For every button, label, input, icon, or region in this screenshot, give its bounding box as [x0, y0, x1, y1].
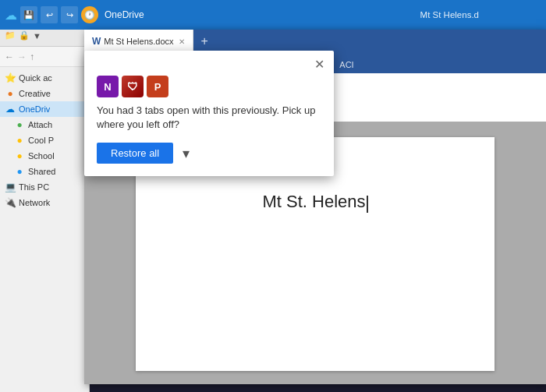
star-icon: ⭐ — [5, 72, 16, 83]
onenote-icon: N — [97, 76, 119, 97]
sidebar-item-this-pc[interactable]: 💻 This PC — [0, 179, 89, 195]
creative-icon: ● — [5, 88, 16, 99]
popup-actions: Restore all ▾ — [97, 143, 321, 164]
powerpoint-icon: P — [147, 76, 168, 97]
attachments-label: Attach — [28, 120, 52, 129]
word-w-icon: W — [92, 36, 101, 47]
shield-icon: 🛡 — [122, 76, 144, 97]
toolbar-icon-1: 📁 — [5, 30, 16, 41]
attachments-icon: ● — [14, 119, 25, 130]
toolbar-icon-2: 🔒 — [19, 30, 30, 41]
sidebar-item-shared[interactable]: ● Shared — [0, 164, 89, 179]
titlebar-undo-btn[interactable]: ↩ — [41, 6, 58, 23]
sidebar-item-network[interactable]: 🔌 Network — [0, 195, 89, 210]
thispc-label: This PC — [19, 182, 49, 192]
shared-label: Shared — [28, 167, 55, 176]
thispc-icon: 💻 — [5, 182, 16, 192]
popup-body: You had 3 tabs open with this previously… — [84, 104, 334, 176]
titlebar-save-btn[interactable]: 💾 — [20, 6, 37, 23]
toolbar-icon-3: ▼ — [33, 31, 41, 41]
titlebar-title-right: Mt St Helens.d — [420, 10, 541, 19]
popup-titlebar: ✕ — [84, 51, 334, 72]
cool-label: Cool P — [28, 136, 54, 145]
document-title: Mt St. Helens — [262, 192, 365, 213]
word-tab-active[interactable]: W Mt St Helens.docx ✕ — [84, 30, 193, 53]
close-icon: ✕ — [314, 57, 324, 72]
shared-icon: ● — [14, 166, 25, 177]
ribbon-tab-aci[interactable]: ACI — [332, 56, 361, 73]
onedrive-title-icon: ☁ — [5, 8, 17, 23]
expand-button[interactable]: ▾ — [183, 145, 190, 162]
creative-label: Creative — [19, 89, 51, 98]
tab-add-button[interactable]: + — [193, 30, 216, 53]
word-tab-bar: W Mt St Helens.docx ✕ + — [84, 30, 546, 53]
popup-app-icons: N 🛡 P — [84, 72, 334, 104]
nav-forward[interactable]: → — [17, 51, 27, 62]
text-cursor — [367, 196, 368, 213]
restore-popup: ✕ N 🛡 P You had 3 tabs open with this pr… — [84, 51, 334, 176]
sidebar-item-creative[interactable]: ● Creative — [0, 86, 89, 101]
network-label: Network — [19, 198, 50, 207]
sidebar-item-school[interactable]: ● School — [0, 148, 89, 164]
tab-close-icon[interactable]: ✕ — [179, 37, 185, 46]
explorer-nav: ← → ↑ — [0, 47, 89, 67]
sidebar-item-attachments[interactable]: ● Attach — [0, 117, 89, 132]
nav-back[interactable]: ← — [5, 51, 14, 62]
onedrive-label: OneDriv — [19, 104, 50, 114]
popup-message: You had 3 tabs open with this previously… — [97, 104, 321, 132]
titlebar-redo-btn[interactable]: ↪ — [61, 6, 78, 23]
school-label: School — [28, 151, 55, 161]
chevron-down-icon: ▾ — [183, 145, 190, 162]
sidebar-item-cool[interactable]: ● Cool P — [0, 132, 89, 148]
quick-access-label: Quick ac — [19, 73, 52, 83]
cool-icon: ● — [14, 135, 25, 146]
nav-up[interactable]: ↑ — [30, 51, 34, 62]
explorer-sidebar: ⭐ Quick ac ● Creative ☁ OneDriv ● Attach… — [0, 67, 89, 392]
restore-all-button[interactable]: Restore all — [97, 143, 173, 164]
popup-close-button[interactable]: ✕ — [310, 55, 328, 72]
word-tab-label: Mt St Helens.docx — [104, 37, 173, 46]
titlebar-history-btn[interactable]: 🕐 — [81, 6, 98, 23]
sidebar-item-quick-access[interactable]: ⭐ Quick ac — [0, 70, 89, 86]
network-icon: 🔌 — [5, 197, 16, 208]
sidebar-item-onedrive[interactable]: ☁ OneDriv — [0, 101, 89, 117]
main-titlebar: ☁ 💾 ↩ ↪ 🕐 OneDrive Mt St Helens.d — [0, 0, 546, 30]
school-icon: ● — [14, 150, 25, 161]
titlebar-title: OneDrive — [105, 9, 144, 20]
onedrive-icon: ☁ — [5, 104, 16, 115]
